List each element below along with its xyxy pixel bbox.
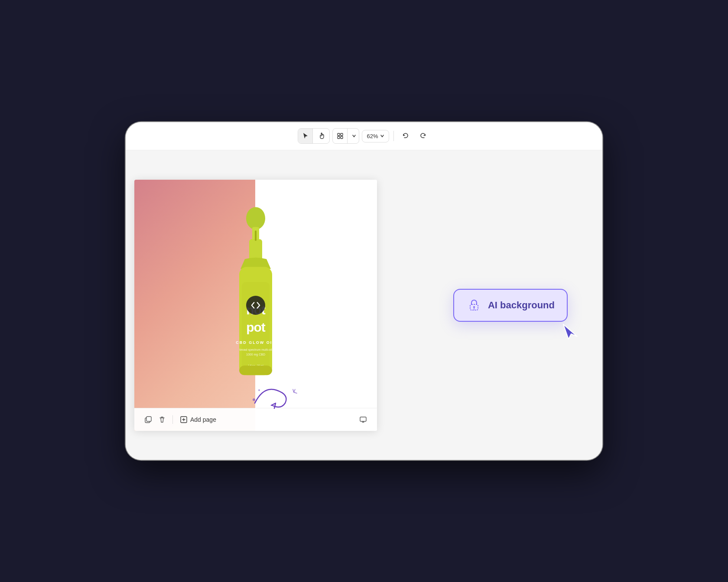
- bottom-divider: [172, 415, 173, 424]
- ai-background-icon: [466, 297, 482, 313]
- ai-background-tooltip[interactable]: AI background: [453, 289, 568, 322]
- hand-tool-button[interactable]: [315, 129, 329, 143]
- svg-rect-20: [146, 417, 151, 421]
- add-page-button[interactable]: Add page: [176, 413, 220, 426]
- redo-button[interactable]: [416, 129, 430, 143]
- doodle-arrow: [250, 377, 302, 414]
- frame-dropdown-button[interactable]: [349, 129, 359, 143]
- ai-tooltip-text: AI background: [488, 300, 555, 311]
- svg-point-18: [258, 389, 260, 391]
- svg-text:1000 mg CBD: 1000 mg CBD: [246, 353, 265, 356]
- svg-rect-16: [255, 230, 257, 241]
- cursor-pointer: [560, 323, 581, 345]
- frame-tool-button[interactable]: [333, 129, 348, 143]
- tool-group-frame: [332, 128, 359, 144]
- bottom-right: [356, 413, 370, 427]
- undo-button[interactable]: [398, 129, 413, 143]
- zoom-button[interactable]: 62%: [362, 130, 389, 142]
- toolbar: 62%: [126, 122, 602, 150]
- present-button[interactable]: [356, 413, 370, 427]
- duplicate-button[interactable]: [141, 413, 155, 427]
- svg-text:CBD GLOW OIL: CBD GLOW OIL: [236, 340, 276, 345]
- toolbar-divider: [393, 131, 394, 141]
- svg-rect-0: [338, 133, 340, 136]
- svg-rect-2: [338, 136, 340, 139]
- zoom-value: 62%: [367, 133, 378, 139]
- svg-point-17: [253, 398, 255, 401]
- select-tool-button[interactable]: [298, 129, 313, 143]
- split-handle[interactable]: [246, 296, 265, 315]
- add-page-label: Add page: [190, 416, 216, 423]
- device-frame: 62%: [126, 122, 602, 460]
- svg-rect-15: [239, 365, 272, 375]
- svg-rect-3: [341, 136, 343, 139]
- svg-text:pot: pot: [246, 320, 266, 334]
- canvas-container: not pot CBD GLOW OIL broad spectrum mult…: [126, 150, 602, 460]
- svg-text:broad spectrum multi-oil: broad spectrum multi-oil: [240, 348, 272, 352]
- svg-rect-1: [341, 133, 343, 136]
- svg-point-4: [246, 207, 265, 230]
- canvas-page[interactable]: not pot CBD GLOW OIL broad spectrum mult…: [134, 180, 377, 431]
- tool-group-select-hand: [298, 128, 330, 144]
- svg-rect-22: [360, 417, 366, 421]
- canvas-area: not pot CBD GLOW OIL broad spectrum mult…: [126, 150, 602, 460]
- delete-button[interactable]: [155, 413, 169, 427]
